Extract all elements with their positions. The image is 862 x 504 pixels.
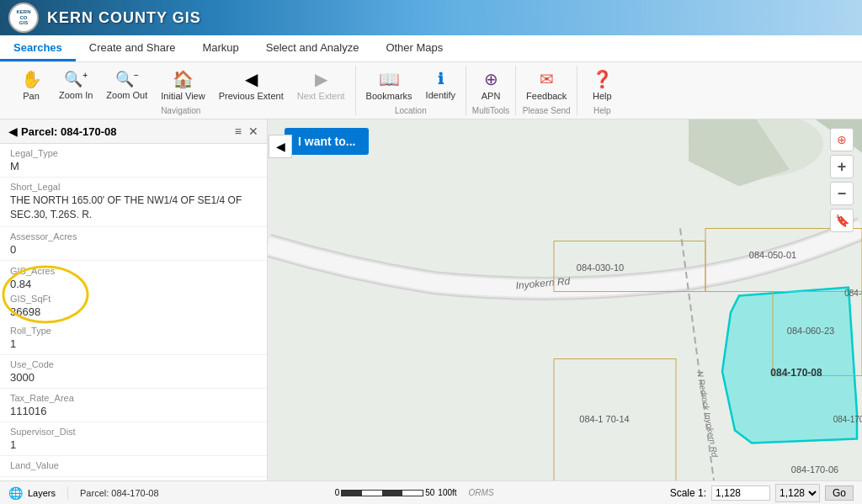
- panel-back-button[interactable]: ◀: [8, 125, 18, 138]
- prev-extent-button[interactable]: ◀ Previous Extent: [212, 66, 290, 104]
- bookmarks-icon: 📖: [379, 69, 400, 89]
- svg-text:084-170: 084-170: [833, 415, 862, 424]
- next-extent-icon: ▶: [315, 69, 327, 89]
- nav-tab-other-maps[interactable]: Other Maps: [372, 35, 456, 61]
- svg-text:084-170-08: 084-170-08: [770, 367, 822, 379]
- svg-text:084-1 70-14: 084-1 70-14: [579, 414, 629, 424]
- location-group-label: Location: [359, 104, 463, 115]
- toolbar-group-navigation: ✋ Pan 🔍+ Zoom In 🔍− Zoom Out 🏠 Initial V…: [7, 66, 356, 115]
- toolbar-group-please-send: ✉ Feedback Please Send: [516, 66, 577, 115]
- i-want-to-button[interactable]: I want to...: [285, 128, 369, 155]
- bookmarks-button[interactable]: 📖 Bookmarks: [359, 66, 419, 104]
- panel-close-icon[interactable]: ✕: [248, 125, 258, 138]
- svg-text:084-030-10: 084-030-10: [577, 263, 624, 273]
- side-panel: ◀ Parcel: 084-170-08 ≡ ✕ Legal_Type M Sh…: [0, 119, 268, 480]
- attributes-container: Legal_Type M Short_Legal THE NORTH 165.0…: [0, 144, 267, 477]
- attr-assessor-acres: Assessor_Acres 0: [0, 227, 267, 261]
- map-bookmark-button[interactable]: 🔖: [830, 209, 854, 232]
- svg-text:084-170-06: 084-170-06: [791, 464, 838, 475]
- zoom-out-button[interactable]: 🔍− Zoom Out: [99, 66, 154, 103]
- statusbar: 🌐 Layers Parcel: 084-170-08 0 50 100ft O…: [0, 480, 862, 504]
- feedback-icon: ✉: [540, 69, 554, 89]
- toolbar: ✋ Pan 🔍+ Zoom In 🔍− Zoom Out 🏠 Initial V…: [0, 62, 862, 119]
- attr-roll-type: Roll_Type 1: [0, 321, 267, 355]
- globe-icon: 🌐: [8, 486, 23, 500]
- navigation-group-label: Navigation: [10, 104, 352, 115]
- please-send-group-label: Please Send: [519, 104, 573, 115]
- svg-text:084-050-01: 084-050-01: [749, 250, 796, 260]
- attr-legal-type: Legal_Type M: [0, 144, 267, 178]
- toolbar-group-multitools: ⊕ APN MultiTools: [466, 66, 516, 115]
- navbar: Searches Create and Share Markup Select …: [0, 35, 862, 62]
- map-controls: ⊕ + − 🔖: [830, 128, 854, 232]
- statusbar-left: 🌐 Layers Parcel: 084-170-08: [8, 486, 159, 500]
- apn-icon: ⊕: [484, 69, 498, 89]
- map-svg: Inyokern Rd N Redrock Inyokern Rd 084-03…: [268, 119, 862, 480]
- statusbar-right: Scale 1: 1,128 2,257 4,514 9,028 Go: [670, 484, 854, 502]
- compass-button[interactable]: ⊕: [830, 128, 854, 151]
- go-button[interactable]: Go: [825, 485, 854, 501]
- identify-icon: ℹ: [438, 70, 444, 88]
- panel-list-icon[interactable]: ≡: [235, 125, 242, 138]
- nav-tab-searches[interactable]: Searches: [0, 35, 76, 61]
- next-extent-button[interactable]: ▶ Next Extent: [290, 66, 352, 104]
- zoom-in-icon: 🔍+: [64, 70, 88, 88]
- panel-header: ◀ Parcel: 084-170-08 ≡ ✕: [0, 119, 267, 144]
- scale-bar: 0 50 100ft: [335, 488, 457, 497]
- scale-mark-0: 0: [335, 488, 340, 497]
- map-area[interactable]: Inyokern Rd N Redrock Inyokern Rd 084-03…: [268, 119, 862, 480]
- statusbar-center: 0 50 100ft ORMS: [335, 488, 494, 497]
- esri-badge: ORMS: [469, 488, 494, 497]
- map-pan-left[interactable]: ◀: [269, 135, 292, 158]
- nav-tab-create-share[interactable]: Create and Share: [76, 35, 189, 61]
- svg-text:084-060-23: 084-060-23: [787, 326, 834, 336]
- toolbar-group-help: ❓ Help Help: [577, 66, 626, 115]
- help-button[interactable]: ❓ Help: [581, 66, 623, 104]
- attr-short-legal: Short_Legal THE NORTH 165.00' OF THE NW1…: [0, 178, 267, 227]
- prev-extent-icon: ◀: [245, 69, 258, 89]
- nav-tab-select-analyze[interactable]: Select and Analyze: [253, 35, 373, 61]
- pan-button[interactable]: ✋ Pan: [10, 66, 52, 104]
- identify-button[interactable]: ℹ Identify: [419, 66, 462, 103]
- map-navigation: ◀: [268, 128, 293, 158]
- apn-button[interactable]: ⊕ APN: [470, 66, 512, 104]
- scale-input[interactable]: [711, 485, 770, 501]
- initial-view-button[interactable]: 🏠 Initial View: [154, 66, 211, 104]
- scale-mark-50: 50: [425, 488, 434, 497]
- zoom-in-button[interactable]: 🔍+ Zoom In: [52, 66, 99, 103]
- scale-dropdown[interactable]: 1,128 2,257 4,514 9,028: [775, 484, 820, 502]
- feedback-button[interactable]: ✉ Feedback: [519, 66, 573, 104]
- panel-title: Parcel: 084-170-08: [21, 125, 116, 138]
- scale-mark-100ft: 100ft: [438, 488, 456, 497]
- app-title: KERN COUNTY GIS: [47, 9, 201, 27]
- app-logo: KERNCOGIS: [8, 3, 39, 33]
- scale-label: Scale 1:: [670, 487, 706, 499]
- attr-tax-rate: Tax_Rate_Area 111016: [0, 389, 267, 422]
- help-icon: ❓: [592, 69, 613, 89]
- help-group-label: Help: [581, 104, 623, 115]
- attr-land-value: Land_Value: [0, 456, 267, 477]
- toolbar-group-location: 📖 Bookmarks ℹ Identify Location: [356, 66, 467, 115]
- attr-gis-sqft-wrapper: GIS_SqFt 36698: [10, 294, 257, 318]
- layers-button[interactable]: Layers: [28, 488, 56, 498]
- statusbar-parcel-label: Parcel: 084-170-08: [80, 488, 159, 498]
- app-header: KERNCOGIS KERN COUNTY GIS: [0, 0, 862, 35]
- initial-view-icon: 🏠: [173, 69, 194, 89]
- attr-gis-group: GIS_Acres 0.84 GIS_SqFt 36698: [0, 261, 267, 321]
- zoom-out-icon: 🔍−: [115, 70, 139, 88]
- map-zoom-in-button[interactable]: +: [830, 155, 854, 178]
- attr-gis-acres-wrapper: GIS_Acres 0.84: [10, 266, 257, 290]
- svg-text:084-0: 084-0: [844, 289, 862, 298]
- statusbar-divider: [67, 486, 68, 500]
- map-zoom-out-button[interactable]: −: [830, 182, 854, 205]
- multitools-group-label: MultiTools: [470, 104, 512, 115]
- pan-icon: ✋: [21, 69, 42, 89]
- attr-use-code: Use_Code 3000: [0, 355, 267, 389]
- nav-tab-markup[interactable]: Markup: [189, 35, 252, 61]
- main-content: ◀ Parcel: 084-170-08 ≡ ✕ Legal_Type M Sh…: [0, 119, 862, 480]
- attr-supervisor-dist: Supervisor_Dist 1: [0, 422, 267, 456]
